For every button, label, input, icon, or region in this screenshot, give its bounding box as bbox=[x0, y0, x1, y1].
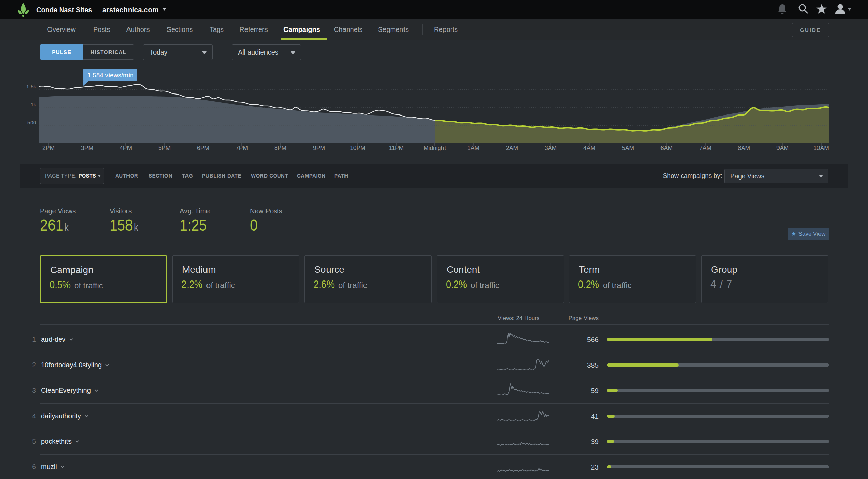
svg-text:9PM: 9PM bbox=[313, 145, 325, 151]
svg-text:1.5k: 1.5k bbox=[26, 84, 36, 89]
svg-text:11PM: 11PM bbox=[389, 145, 404, 151]
svg-text:6AM: 6AM bbox=[660, 145, 673, 151]
svg-text:5AM: 5AM bbox=[622, 145, 634, 151]
svg-text:6PM: 6PM bbox=[197, 145, 209, 151]
svg-text:9AM: 9AM bbox=[776, 145, 789, 151]
svg-text:5PM: 5PM bbox=[158, 145, 171, 151]
svg-text:10AM: 10AM bbox=[813, 145, 829, 151]
svg-text:8PM: 8PM bbox=[274, 145, 287, 151]
svg-text:7AM: 7AM bbox=[699, 145, 711, 151]
svg-text:7PM: 7PM bbox=[236, 145, 248, 151]
svg-text:3AM: 3AM bbox=[545, 145, 557, 151]
svg-text:4PM: 4PM bbox=[120, 145, 132, 151]
svg-text:8AM: 8AM bbox=[738, 145, 750, 151]
svg-text:3PM: 3PM bbox=[81, 145, 93, 151]
svg-text:10PM: 10PM bbox=[350, 145, 366, 151]
svg-text:500: 500 bbox=[27, 120, 36, 125]
svg-text:2AM: 2AM bbox=[506, 145, 518, 151]
svg-text:2PM: 2PM bbox=[42, 145, 55, 151]
svg-text:1k: 1k bbox=[31, 102, 36, 107]
svg-text:Midnight: Midnight bbox=[423, 145, 446, 151]
svg-text:4AM: 4AM bbox=[583, 145, 595, 151]
svg-text:1AM: 1AM bbox=[467, 145, 479, 151]
